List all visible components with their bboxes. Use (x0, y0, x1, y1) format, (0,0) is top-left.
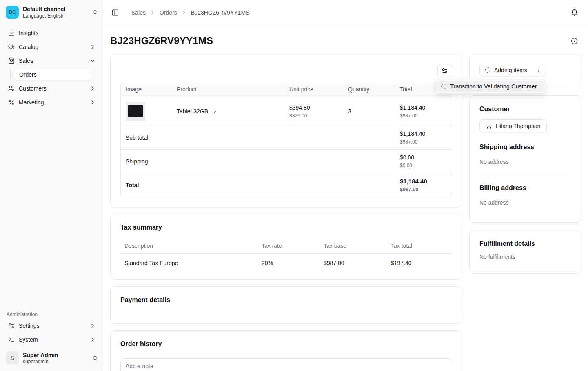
chevron-right-icon (181, 10, 187, 15)
percent-icon (8, 99, 15, 106)
order-total-net: $987.00 (400, 187, 447, 192)
notifications-bell-icon[interactable] (571, 9, 578, 16)
breadcrumb: Sales Orders BJ23HGZ6RV9YY1MS (131, 9, 250, 16)
tax-rate: 20% (257, 254, 320, 270)
channel-avatar: DC (6, 6, 19, 19)
sidebar-item-marketing[interactable]: Marketing (5, 96, 99, 108)
order-state-label: Adding items (494, 67, 527, 73)
chevron-right-icon (212, 108, 218, 114)
insights-chart-icon (8, 30, 15, 36)
column-header-tax-base: Tax base (320, 238, 387, 254)
sidebar-item-orders[interactable]: Orders (14, 69, 91, 80)
sidebar-item-label: Sales (19, 57, 33, 64)
payment-details-card: Payment details (110, 286, 462, 324)
subtotal-gross: $1,184.40 (400, 130, 447, 137)
line-total-net: $987.00 (400, 113, 447, 119)
sidebar-toggle-button[interactable] (111, 9, 119, 16)
sliders-icon (442, 68, 448, 74)
sidebar-item-label: Marketing (19, 99, 44, 106)
chevrons-up-down-icon (92, 355, 98, 361)
sidebar-item-sales[interactable]: Sales (5, 55, 99, 67)
customer-card: Customer Hilario Thompson Shipping addre… (469, 95, 581, 223)
sidebar-item-label: Catalog (19, 44, 38, 50)
chevron-right-icon (89, 85, 96, 92)
fulfillment-details-card: Fulfillment details No fulfillments (469, 230, 581, 274)
user-username: superadmin (23, 359, 88, 364)
sidebar-item-settings[interactable]: Settings (5, 320, 99, 332)
sales-submenu: Orders (10, 69, 91, 80)
breadcrumb-orders[interactable]: Orders (160, 9, 177, 16)
shipping-address-title: Shipping address (479, 144, 571, 151)
sidebar: DC Default channel Language: English Ins… (0, 0, 104, 371)
unit-price-net: $329.00 (289, 113, 338, 119)
shipping-gross: $0.00 (400, 154, 447, 161)
transition-to-validating-customer-item[interactable]: Transition to Validating Customer (437, 81, 544, 92)
users-icon (8, 85, 15, 92)
chevron-right-icon (150, 10, 155, 15)
tax-description: Standard Tax Europe (120, 254, 257, 270)
sidebar-item-label: Insights (19, 30, 38, 36)
user-menu[interactable]: S Super Admin superadmin (5, 351, 99, 365)
customer-link-button[interactable]: Hilario Thompson (479, 119, 547, 132)
shipping-label: Shipping (121, 150, 395, 173)
chevron-right-icon (89, 322, 96, 329)
info-icon[interactable] (571, 38, 578, 44)
chevrons-up-down-icon (92, 9, 98, 15)
shipping-address-value: No address (479, 159, 571, 165)
sidebar-nav: Insights Catalog Sales (0, 24, 104, 108)
shipping-row: Shipping $0.00 $0.00 (121, 150, 452, 173)
tax-row: Standard Tax Europe 20% $987.00 $197.40 (120, 254, 452, 270)
unit-price-gross: $394.80 (289, 104, 338, 111)
quantity-value: 3 (343, 97, 395, 126)
order-state-button[interactable]: Adding items (480, 64, 533, 76)
channel-switcher[interactable]: DC Default channel Language: English (5, 5, 99, 20)
table-header-row: Image Product Unit price Quantity Total (121, 82, 452, 97)
line-total-gross: $1,184.40 (400, 104, 447, 111)
column-header-description: Description (120, 238, 257, 254)
user-avatar: S (6, 351, 19, 364)
subtotal-net: $987.00 (400, 139, 447, 145)
breadcrumb-current: BJ23HGZ6RV9YY1MS (191, 9, 250, 16)
billing-address-value: No address (479, 199, 571, 206)
total-label: Total (121, 173, 395, 197)
add-note-input[interactable] (120, 358, 452, 371)
page-title: BJ23HGZ6RV9YY1MS (110, 35, 213, 46)
user-name: Super Admin (23, 352, 88, 358)
column-header-image: Image (121, 82, 172, 97)
sidebar-item-customers[interactable]: Customers (5, 82, 99, 95)
order-history-card: Order history (110, 330, 462, 371)
order-state-menu-button[interactable] (533, 64, 545, 76)
settings-sliders-icon (8, 322, 15, 329)
column-header-quantity: Quantity (343, 82, 395, 97)
order-total-gross: $1,184.40 (400, 178, 447, 185)
line-item-row: Tablet 32GB $394.80 $329.00 (121, 97, 452, 126)
tags-icon (8, 44, 15, 50)
chevron-right-icon (89, 44, 96, 50)
app-root: DC Default channel Language: English Ins… (0, 0, 588, 371)
customer-title: Customer (479, 106, 571, 113)
divider (479, 175, 571, 175)
topbar: Sales Orders BJ23HGZ6RV9YY1MS (104, 0, 588, 25)
page-content: BJ23HGZ6RV9YY1MS (104, 25, 588, 371)
sidebar-item-insights[interactable]: Insights (5, 27, 99, 39)
main-area: Sales Orders BJ23HGZ6RV9YY1MS BJ23HGZ6RV… (104, 0, 588, 371)
product-link[interactable]: Tablet 32GB (177, 108, 218, 115)
shipping-net: $0.00 (400, 163, 447, 168)
table-settings-button[interactable] (437, 64, 452, 77)
administration-section-label: Administration (0, 311, 104, 317)
tax-summary-card: Tax summary Description Tax rate Tax bas… (110, 214, 462, 280)
sidebar-item-label: System (19, 336, 38, 343)
total-row: Total $1,184.40 $987.00 (121, 173, 452, 197)
chevron-down-icon (89, 57, 96, 64)
customer-name: Hilario Thompson (496, 123, 540, 129)
sidebar-item-system[interactable]: System (5, 333, 99, 346)
order-items-card: Image Product Unit price Quantity Total (110, 54, 462, 208)
tax-total: $197.40 (387, 254, 452, 270)
billing-address-title: Billing address (479, 184, 571, 192)
column-header-tax-total: Tax total (387, 238, 452, 254)
sidebar-item-catalog[interactable]: Catalog (5, 41, 99, 53)
order-state-split-button: Adding items (479, 64, 545, 76)
breadcrumb-sales[interactable]: Sales (131, 9, 146, 16)
tax-summary-title: Tax summary (120, 224, 452, 231)
sidebar-item-label: Settings (19, 322, 40, 329)
